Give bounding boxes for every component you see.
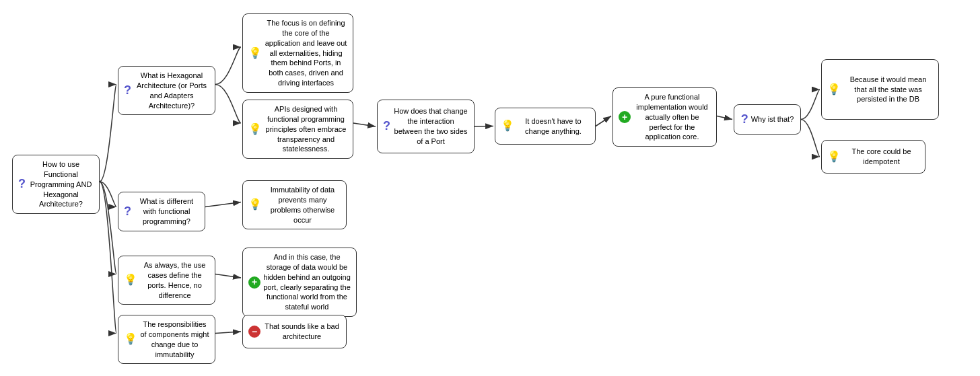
bulb-icon: 💡 [248,46,262,61]
bulb-icon: 💡 [124,332,137,346]
node-root: ?How to use Functional Programming AND H… [12,155,100,214]
node-text-a2: Immutability of data prevents many probl… [265,185,341,225]
node-text-a1_1: The focus is on defining the core of the… [265,18,347,88]
node-text-a1_2: APIs designed with functional programmin… [265,104,347,154]
node-b1: 💡Because it would mean that all the stat… [821,59,939,120]
node-q2: ?What is different with functional progr… [118,192,205,231]
node-a1_2: 💡APIs designed with functional programmi… [242,100,353,159]
node-text-b1: Because it would mean that all the state… [843,75,933,105]
question-icon: ? [124,204,131,219]
bulb-icon: 💡 [827,150,841,164]
node-text-a3: And in this case, the storage of data wo… [263,252,351,312]
node-a6: +A pure functional implementation would … [612,87,717,147]
bulb-icon: 💡 [501,119,514,133]
node-text-q5: How does that change the interaction bet… [393,106,468,146]
node-text-q6: Why ist that? [751,114,794,124]
node-q4: 💡The responsibilities of components migh… [118,315,215,364]
plus-icon: + [248,276,260,289]
node-text-q3: As always, the use cases define the port… [140,260,209,300]
node-a5: 💡It doesn't have to change anything. [495,108,596,145]
minus-icon: − [248,326,260,338]
node-a2: 💡Immutability of data prevents many prob… [242,180,347,229]
question-icon: ? [18,176,26,192]
node-q1: ?What is Hexagonal Architecture (or Port… [118,66,215,115]
node-text-a5: It doesn't have to change anything. [517,116,590,137]
node-a1_1: 💡The focus is on defining the core of th… [242,13,353,93]
node-a3: +And in this case, the storage of data w… [242,248,357,317]
node-text-a4: That sounds like a bad architecture [263,322,341,342]
node-text-q1: What is Hexagonal Architecture (or Ports… [134,71,209,110]
node-text-root: How to use Functional Programming AND He… [28,159,94,209]
node-q3: 💡As always, the use cases define the por… [118,256,215,305]
bulb-icon: 💡 [248,122,262,137]
question-icon: ? [741,112,748,127]
question-icon: ? [383,118,390,134]
node-text-q2: What is different with functional progra… [134,196,199,227]
node-b2: 💡The core could be idempotent [821,140,925,174]
question-icon: ? [124,83,131,98]
bulb-icon: 💡 [248,198,262,212]
plus-icon: + [619,111,631,123]
bulb-icon: 💡 [124,273,137,287]
node-text-q4: The responsibilities of components might… [140,319,209,359]
node-text-b2: The core could be idempotent [843,147,919,167]
node-q6: ?Why ist that? [734,104,801,135]
node-text-a6: A pure functional implementation would a… [633,92,711,142]
node-a4: −That sounds like a bad architecture [242,315,347,348]
bulb-icon: 💡 [827,83,841,97]
node-q5: ?How does that change the interaction be… [377,100,475,153]
